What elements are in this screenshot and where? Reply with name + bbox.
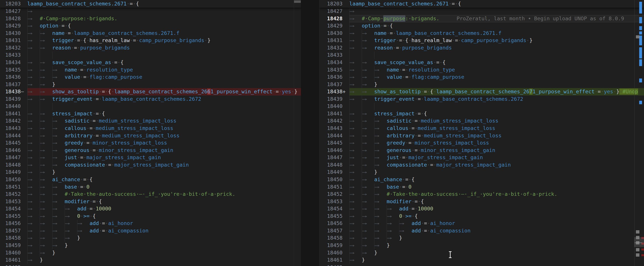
line-content[interactable]: →→→arbitrary·=·medium_stress_impact_loss [27, 132, 301, 139]
line-number[interactable]: 18458 [0, 234, 21, 242]
line-content[interactable]: → [349, 8, 644, 15]
line-content[interactable]: →→ai_chance·=·{ [349, 176, 644, 183]
diff-left-editor[interactable]: 18203laamp_base_contract_schemes.2671·=·… [0, 0, 301, 266]
line-number[interactable]: 18461 [320, 257, 342, 264]
code-line-18450[interactable]: 18450→→ai_chance·=·{ [320, 176, 644, 183]
line-number[interactable]: 18457 [320, 227, 342, 235]
line-number[interactable]: 18462 [0, 264, 21, 266]
line-content[interactable]: →→save_scope_value_as·=·{ [349, 59, 644, 66]
line-content[interactable]: →→→} [349, 242, 644, 249]
line-content[interactable]: → [27, 8, 301, 15]
line-content[interactable]: →→→→0·>=·{ [349, 213, 644, 220]
line-number[interactable]: 18439 [320, 96, 342, 103]
line-content[interactable]: →→→→add·=·10000 [27, 205, 301, 213]
left-scrollbar-slider[interactable] [294, 0, 301, 3]
line-number[interactable]: 18429 [320, 22, 342, 30]
code-line-18427[interactable]: 18427→ [0, 8, 301, 15]
line-content[interactable]: →→→greedy·=·minor_stress_impact_loss [349, 139, 644, 147]
code-line-18444[interactable]: 18444→→→arbitrary·=·medium_stress_impact… [0, 132, 301, 139]
code-line-18434[interactable]: 18434→→save_scope_value_as·=·{ [0, 59, 301, 66]
code-line-18436[interactable]: 18436→→→value·=·flag:camp_purpose [0, 73, 301, 81]
code-line-18447[interactable]: 18447→→→just·=·major_stress_impact_gain [320, 154, 644, 161]
line-content[interactable]: →→→base·=·0 [27, 183, 301, 191]
line-content[interactable]: →→→base·=·0 [349, 183, 644, 191]
line-number[interactable]: 18446 [0, 147, 21, 154]
code-line-18430[interactable]: 18430→→name·=·laamp_base_contract_scheme… [0, 30, 301, 37]
line-content[interactable]: →→→→→add·=·ai_honor [27, 220, 301, 227]
line-number[interactable]: 18461 [0, 257, 21, 264]
line-content[interactable]: →→stress_impact·=·{ [27, 110, 301, 118]
line-content[interactable]: →→→value·=·flag:camp_purpose [27, 73, 301, 81]
line-content[interactable]: →→→arbitrary·=·medium_stress_impact_loss [349, 132, 644, 139]
line-number[interactable]: 18430 [320, 30, 342, 37]
line-content[interactable]: →→→#·Take·the·auto-success·—·_if_·you're… [349, 191, 644, 198]
line-content[interactable]: →→→sadistic·=·medium_stress_impact_loss [27, 117, 301, 125]
code-line-18458[interactable]: 18458→→→→} [320, 234, 644, 242]
code-line-18456[interactable]: 18456→→→→→add·=·ai_honor [0, 220, 301, 227]
line-content[interactable]: →→trigger_event·=·laamp_base_contract_sc… [27, 96, 301, 103]
right-scrollbar-slider[interactable] [634, 237, 644, 247]
line-number[interactable]: 18443 [0, 125, 21, 132]
line-number[interactable]: 18459 [320, 242, 342, 249]
line-number[interactable]: 18455 [320, 213, 342, 220]
line-content[interactable]: →→→modifier·=·{ [27, 198, 301, 205]
line-number[interactable]: 18459 [0, 242, 21, 249]
line-number[interactable]: 18434 [320, 59, 342, 66]
line-number[interactable]: 18430 [0, 30, 21, 37]
line-content[interactable]: →→→→} [349, 234, 644, 242]
code-line-18430[interactable]: 18430→→name·=·laamp_base_contract_scheme… [320, 30, 644, 37]
line-number[interactable]: 18451 [320, 183, 342, 191]
code-line-18441[interactable]: 18441→→stress_impact·=·{ [0, 110, 301, 118]
line-content[interactable]: →→name·=·laamp_base_contract_schemes.267… [27, 30, 301, 37]
line-content[interactable]: →→→generous·=·minor_stress_impact_gain [349, 147, 644, 154]
line-content[interactable]: →→ai_chance·=·{ [27, 176, 301, 183]
line-number[interactable]: 18427 [320, 8, 342, 15]
line-content[interactable]: →→} [27, 81, 301, 88]
code-line-18440[interactable]: 18440 [320, 103, 644, 110]
line-number[interactable]: 18453 [0, 198, 21, 205]
line-number[interactable]: 18448 [320, 161, 342, 169]
line-number[interactable]: 18456 [320, 220, 342, 227]
line-number[interactable]: 18452 [0, 191, 21, 198]
line-number[interactable]: 18442 [320, 117, 342, 125]
code-line-18429[interactable]: 18429→option·=·{ [0, 22, 301, 30]
line-number[interactable]: 18447 [320, 154, 342, 161]
line-number[interactable]: 18435 [0, 66, 21, 74]
code-line-18454[interactable]: 18454→→→→add·=·10000 [320, 205, 644, 213]
line-number[interactable]: 18450 [320, 176, 342, 183]
code-line-18443[interactable]: 18443→→→callous·=·medium_stress_impact_l… [320, 125, 644, 132]
line-number[interactable]: 18429 [0, 22, 21, 30]
code-line-18458[interactable]: 18458→→→→} [0, 234, 301, 242]
line-number[interactable]: 18444 [0, 132, 21, 139]
line-content[interactable]: →→→just·=·major_stress_impact_gain [27, 154, 301, 161]
code-line-18437[interactable]: 18437→→} [320, 81, 644, 88]
code-line-18440[interactable]: 18440 [0, 103, 301, 110]
line-number[interactable]: 18440 [320, 103, 342, 110]
line-number[interactable]: 18438 [0, 88, 21, 96]
code-line-18445[interactable]: 18445→→→greedy·=·minor_stress_impact_los… [0, 139, 301, 147]
line-number[interactable]: 18460 [320, 249, 342, 257]
line-number[interactable]: 18462 [320, 264, 342, 266]
line-content[interactable]: →→show_as_tooltip·=·{·laamp_base_contrac… [349, 88, 644, 96]
line-content[interactable]: →→→compassionate·=·major_stress_impact_g… [27, 161, 301, 169]
line-number[interactable]: 18441 [0, 110, 21, 118]
line-content[interactable]: →→trigger_event·=·laamp_base_contract_sc… [349, 96, 644, 103]
line-content[interactable]: →#·Camp·purpose:·brigands.ProZeratul, la… [349, 15, 644, 22]
line-content[interactable]: →→→name·=·resolution_type [27, 66, 301, 74]
code-line-18446[interactable]: 18446→→→generous·=·minor_stress_impact_g… [0, 147, 301, 154]
line-number[interactable]: 18448 [0, 161, 21, 169]
code-line-18455[interactable]: 18455→→→→0·>=·{ [320, 213, 644, 220]
code-line-18433[interactable]: 18433 [320, 51, 644, 59]
code-line-18429[interactable]: 18429→option·=·{ [320, 22, 644, 30]
line-content[interactable]: →→→just·=·major_stress_impact_gain [349, 154, 644, 161]
code-line-18428[interactable]: 18428→#·Camp·purpose:·brigands.ProZeratu… [320, 15, 644, 22]
line-content[interactable]: →→→callous·=·medium_stress_impact_loss [349, 125, 644, 132]
line-number[interactable]: 18432 [0, 44, 21, 52]
line-content[interactable] [27, 264, 301, 266]
line-number[interactable]: 18437 [0, 81, 21, 88]
line-number[interactable]: 18445 [320, 139, 342, 147]
line-number[interactable]: 18450 [0, 176, 21, 183]
code-line-18455[interactable]: 18455→→→→0·>=·{ [0, 213, 301, 220]
code-line-18447[interactable]: 18447→→→just·=·major_stress_impact_gain [0, 154, 301, 161]
line-content[interactable]: →} [27, 257, 301, 264]
